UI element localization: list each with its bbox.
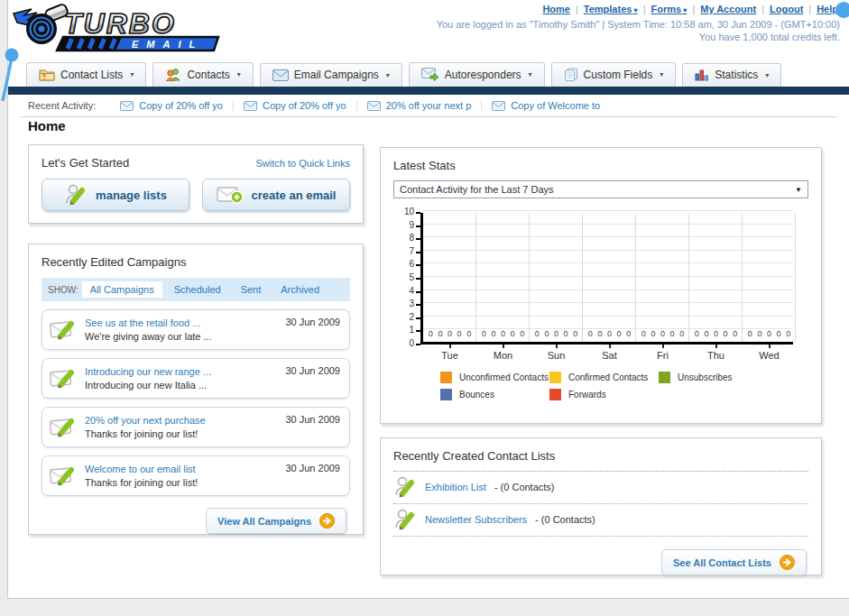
show-label: SHOW: <box>48 285 78 295</box>
legend-swatch <box>659 372 670 383</box>
top-nav-link-templates[interactable]: Templates ▾ <box>584 4 638 14</box>
data-label-group: 00000 <box>639 328 687 339</box>
get-started-title: Let's Get Started <box>42 156 129 170</box>
campaign-row[interactable]: 20% off your next purchaseThanks for joi… <box>42 407 350 447</box>
data-label: 0 <box>544 329 549 338</box>
top-nav: Home|Templates ▾|Forms ▾|My Account|Logo… <box>437 4 840 14</box>
envelope-pencil-icon <box>50 367 77 390</box>
top-nav-link-home[interactable]: Home <box>542 4 570 14</box>
legend-label: Unsubscribes <box>678 372 733 382</box>
legend-item: Bounces <box>440 389 549 400</box>
tab-custom-fields[interactable]: Custom Fields▾ <box>551 62 677 87</box>
recent-activity-label: Recent Activity: <box>28 100 96 111</box>
y-axis-tick-label: 1 <box>409 326 414 335</box>
campaign-subtitle: Thanks for joining our list! <box>85 428 206 439</box>
contact-list-row[interactable]: Newsletter Subscribers - (0 Contacts) <box>393 504 808 537</box>
latest-stats-panel: Latest Stats Contact Activity for the La… <box>380 147 822 424</box>
tab-contact-lists[interactable]: Contact Lists▾ <box>26 62 146 87</box>
top-nav-link-my-account[interactable]: My Account <box>700 4 756 14</box>
top-nav-link-forms[interactable]: Forms ▾ <box>651 4 688 14</box>
recent-activity-item-label: Copy of 20% off yo <box>139 100 223 111</box>
recent-activity-item[interactable]: Copy of 20% off yo <box>110 100 233 111</box>
logo-title: TURBO <box>64 7 176 40</box>
campaign-title-link[interactable]: Introducing our new range ... <box>85 366 211 377</box>
data-label: 0 <box>501 329 505 338</box>
manage-lists-button[interactable]: manage lists <box>42 179 189 211</box>
x-axis-cell: Wed <box>743 345 796 361</box>
data-label: 0 <box>438 329 442 338</box>
contact-list-items: Exhibition List - (0 Contacts)Newsletter… <box>393 472 808 537</box>
help-bubble-icon[interactable] <box>835 2 849 18</box>
gridline <box>423 224 793 225</box>
tab-email-campaigns[interactable]: Email Campaigns▾ <box>260 63 402 87</box>
data-label: 0 <box>626 329 631 338</box>
campaign-title-link[interactable]: 20% off your next purchase <box>85 415 206 426</box>
nav-separator: | <box>643 4 646 14</box>
data-label: 0 <box>679 329 684 338</box>
data-label: 0 <box>573 329 577 338</box>
recent-activity-item[interactable]: Copy of 20% off yo <box>233 100 356 111</box>
switch-quick-links-link[interactable]: Switch to Quick Links <box>255 158 350 169</box>
contact-list-detail: - (0 Contacts) <box>535 514 595 525</box>
tab-autoresponders[interactable]: Autoresponders▾ <box>409 62 545 87</box>
data-label: 0 <box>520 329 524 338</box>
recent-activity-item[interactable]: 20% off your next p <box>356 100 482 111</box>
tab-statistics[interactable]: Statistics▾ <box>682 63 781 87</box>
x-axis-cell: Mon <box>476 345 530 361</box>
header-utility-area: Home|Templates ▾|Forms ▾|My Account|Logo… <box>437 4 840 42</box>
campaign-date: 30 Jun 2009 <box>285 317 340 327</box>
y-axis-tick-label: 2 <box>409 313 414 322</box>
data-label: 0 <box>554 329 558 338</box>
campaign-filter-scheduled[interactable]: Scheduled <box>166 281 229 298</box>
envelope-pencil-icon <box>50 318 77 341</box>
credits-info: You have 1,000 total credits left. <box>437 32 840 42</box>
tab-contacts[interactable]: Contacts▾ <box>152 62 253 87</box>
legend-item: Forwards <box>549 389 659 400</box>
recent-activity-item[interactable]: Copy of Welcome to <box>481 100 610 111</box>
contact-list-row[interactable]: Exhibition List - (0 Contacts) <box>393 472 808 504</box>
campaign-date: 30 Jun 2009 <box>285 365 340 376</box>
campaign-row[interactable]: Introducing our new range ...Introducing… <box>42 358 350 399</box>
x-axis-label: Tue <box>423 350 476 361</box>
campaign-title-link[interactable]: See us at the retail food ... <box>85 317 212 328</box>
gridline <box>423 262 793 263</box>
data-label: 0 <box>448 329 452 338</box>
contact-list-name-link[interactable]: Newsletter Subscribers <box>425 514 527 525</box>
person-pencil-icon <box>393 508 417 531</box>
campaign-title-link[interactable]: Welcome to our email list <box>85 464 198 474</box>
y-axis-tick-label: 5 <box>409 273 414 282</box>
gridline <box>635 213 636 342</box>
campaign-row[interactable]: See us at the retail food ...We're givin… <box>42 309 350 350</box>
campaign-filters: All CampaignsScheduledSentArchived <box>82 281 328 298</box>
y-axis-tick-label: 6 <box>409 260 414 269</box>
campaign-filter-archived[interactable]: Archived <box>272 281 328 298</box>
y-axis-tick-label: 4 <box>409 287 414 296</box>
see-all-contact-lists-label: See All Contact Lists <box>673 557 771 568</box>
campaign-subtitle: Thanks for joining our list! <box>85 477 198 488</box>
x-axis-cell: Tue <box>423 345 476 361</box>
campaign-date: 30 Jun 2009 <box>285 463 340 473</box>
data-label: 0 <box>607 329 612 338</box>
x-axis-label: Sat <box>583 350 636 361</box>
campaign-list: See us at the retail food ...We're givin… <box>42 309 350 496</box>
get-started-panel: Let's Get Started Switch to Quick Links … <box>28 144 364 224</box>
see-all-contact-lists-button[interactable]: See All Contact Lists <box>661 549 807 575</box>
gridline <box>688 213 689 342</box>
person-pencil-icon <box>393 475 417 499</box>
campaigns-panel: Recently Edited Campaigns SHOW: All Camp… <box>28 244 364 535</box>
x-axis-tick <box>449 345 451 348</box>
create-an-email-button[interactable]: create an email <box>202 179 350 211</box>
campaign-row[interactable]: Welcome to our email listThanks for join… <box>42 455 350 496</box>
data-label: 0 <box>695 329 699 338</box>
campaign-filter-all-campaigns[interactable]: All Campaigns <box>82 281 162 298</box>
get-started-buttons: manage listscreate an email <box>42 179 350 211</box>
stats-period-dropdown[interactable]: Contact Activity for the Last 7 Days ▼ <box>393 180 808 198</box>
campaign-filter-sent[interactable]: Sent <box>233 281 270 298</box>
contact-list-name-link[interactable]: Exhibition List <box>425 482 486 492</box>
data-label: 0 <box>535 329 540 338</box>
x-axis-cell: Sun <box>530 345 583 361</box>
data-label: 0 <box>617 329 622 338</box>
view-all-campaigns-button[interactable]: View All Campaigns <box>206 508 346 534</box>
top-nav-link-logout[interactable]: Logout <box>770 4 803 14</box>
tab-label: Contact Lists <box>60 69 123 81</box>
